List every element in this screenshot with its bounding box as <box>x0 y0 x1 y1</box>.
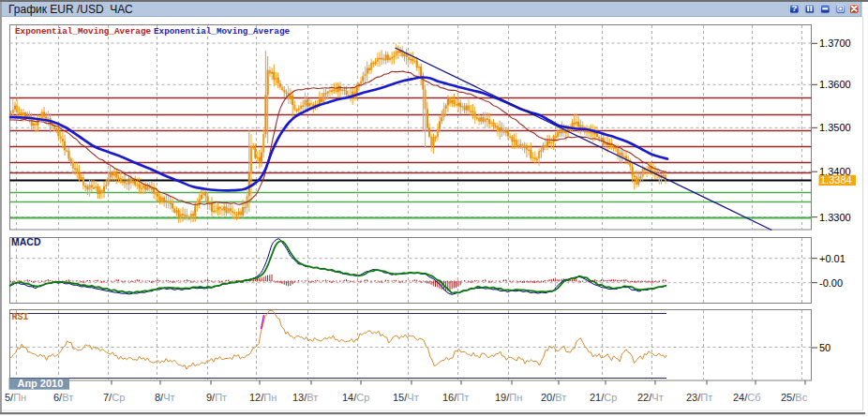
svg-text:RSI: RSI <box>12 312 29 322</box>
svg-text:15/Чт: 15/Чт <box>393 392 419 403</box>
svg-text:16/Пт: 16/Пт <box>442 392 469 403</box>
svg-text:8/Чт: 8/Чт <box>155 392 175 403</box>
svg-text:25/Вс: 25/Вс <box>781 392 808 403</box>
svg-text:Апр 2010: Апр 2010 <box>18 378 64 389</box>
svg-text:9/Пт: 9/Пт <box>206 392 227 403</box>
svg-text:-0.00: -0.00 <box>819 277 843 289</box>
svg-text:Exponential_Moving_Average: Exponential_Moving_Average <box>15 26 151 37</box>
svg-text:1.3600: 1.3600 <box>819 79 851 90</box>
svg-text:19/Пн: 19/Пн <box>495 392 522 403</box>
svg-text:23/Пт: 23/Пт <box>686 392 712 403</box>
svg-text:50: 50 <box>819 342 831 353</box>
svg-text:7/Ср: 7/Ср <box>103 392 125 403</box>
svg-text:20/Вт: 20/Вт <box>541 392 566 403</box>
svg-text:24/Сб: 24/Сб <box>733 392 761 403</box>
svg-text:MACD: MACD <box>11 236 41 247</box>
svg-text:6/Вт: 6/Вт <box>53 392 73 403</box>
svg-text:1.3300: 1.3300 <box>819 212 851 223</box>
svg-text:График EUR /USD ЧАС: График EUR /USD ЧАС <box>8 3 133 16</box>
svg-text:13/Вт: 13/Вт <box>292 392 318 403</box>
svg-text:21/Ср: 21/Ср <box>590 392 617 403</box>
svg-text:12/Пн: 12/Пн <box>249 392 277 403</box>
svg-text:?: ? <box>791 3 797 13</box>
svg-text:22/Чт: 22/Чт <box>637 392 664 403</box>
svg-text:1.3500: 1.3500 <box>819 122 851 133</box>
svg-text:14/Ср: 14/Ср <box>342 392 369 403</box>
svg-text:1.3384: 1.3384 <box>820 174 852 186</box>
svg-text:5/Пн: 5/Пн <box>5 392 26 403</box>
svg-text:Exponential_Moving_Average: Exponential_Moving_Average <box>154 26 290 37</box>
svg-text:1.3700: 1.3700 <box>819 37 851 49</box>
svg-text:+0.01: +0.01 <box>819 253 846 264</box>
